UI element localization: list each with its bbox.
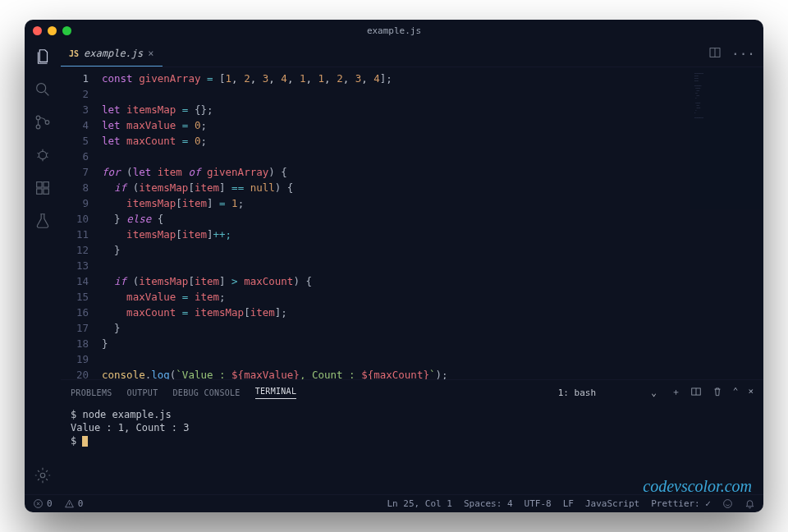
svg-point-0 bbox=[37, 84, 46, 93]
tab-bar: JS example.js × ··· bbox=[61, 41, 763, 67]
panel-tabs: PROBLEMS OUTPUT DEBUG CONSOLE TERMINAL 1… bbox=[61, 380, 763, 405]
status-warnings[interactable]: 0 bbox=[64, 498, 84, 509]
status-indent[interactable]: Spaces: 4 bbox=[464, 498, 513, 509]
activity-bar bbox=[25, 41, 61, 494]
terminal-cursor bbox=[82, 436, 88, 447]
tab-terminal[interactable]: TERMINAL bbox=[255, 387, 297, 399]
window-title: example.js bbox=[25, 25, 763, 36]
svg-rect-5 bbox=[37, 182, 42, 187]
new-terminal-icon[interactable]: ＋ bbox=[671, 386, 680, 400]
maximize-panel-icon[interactable]: ⌃ bbox=[733, 386, 739, 400]
line-gutter: 1234567891011121314151617181920 bbox=[61, 71, 102, 376]
tab-debug-console[interactable]: DEBUG CONSOLE bbox=[173, 388, 241, 397]
tab-output[interactable]: OUTPUT bbox=[127, 388, 158, 397]
status-cursor-pos[interactable]: Ln 25, Col 1 bbox=[387, 498, 451, 509]
panel: PROBLEMS OUTPUT DEBUG CONSOLE TERMINAL 1… bbox=[61, 379, 763, 494]
bell-icon[interactable] bbox=[744, 498, 755, 509]
vscode-window: example.js bbox=[25, 20, 763, 512]
terminal-select[interactable]: 1: bash ⌄ bbox=[558, 388, 657, 398]
search-icon[interactable] bbox=[34, 80, 52, 102]
split-terminal-icon[interactable] bbox=[690, 386, 702, 400]
close-panel-icon[interactable]: × bbox=[748, 386, 754, 400]
svg-point-4 bbox=[39, 151, 46, 158]
status-encoding[interactable]: UTF-8 bbox=[525, 498, 552, 509]
feedback-icon[interactable] bbox=[722, 498, 733, 509]
tab-label: example.js bbox=[84, 48, 143, 59]
workbench: JS example.js × ··· 12345678910111213141… bbox=[25, 41, 763, 494]
editor[interactable]: 1234567891011121314151617181920 const gi… bbox=[61, 67, 763, 379]
settings-icon[interactable] bbox=[34, 466, 52, 488]
split-editor-icon[interactable] bbox=[708, 46, 722, 62]
status-prettier[interactable]: Prettier: ✓ bbox=[651, 498, 711, 509]
watermark: codevscolor.com bbox=[643, 479, 752, 493]
status-eol[interactable]: LF bbox=[563, 498, 574, 509]
svg-rect-7 bbox=[44, 189, 48, 194]
close-tab-icon[interactable]: × bbox=[148, 48, 153, 59]
svg-rect-6 bbox=[37, 189, 42, 194]
titlebar: example.js bbox=[25, 20, 763, 41]
svg-point-2 bbox=[36, 125, 40, 129]
svg-point-1 bbox=[36, 116, 40, 120]
editor-actions: ··· bbox=[708, 41, 763, 66]
chevron-down-icon: ⌄ bbox=[651, 388, 657, 398]
explorer-icon[interactable] bbox=[34, 48, 52, 69]
extensions-icon[interactable] bbox=[34, 179, 52, 200]
tab-problems[interactable]: PROBLEMS bbox=[71, 388, 112, 397]
tab-example-js[interactable]: JS example.js × bbox=[61, 41, 163, 66]
more-actions-icon[interactable]: ··· bbox=[731, 46, 755, 62]
editor-group: JS example.js × ··· 12345678910111213141… bbox=[61, 41, 763, 494]
terminal-content[interactable]: $ node example.jsValue : 1, Count : 3$ c… bbox=[61, 405, 763, 494]
status-errors[interactable]: 0 bbox=[33, 498, 53, 509]
minimap[interactable]: ▬▬▬▬▬▬▬▬▬▬▬▬▬▬▬▬▬▬▬▬▬▬▬▬▬▬▬▬ ▬▬▬▬▬ ▬▬▬ ▬… bbox=[690, 67, 763, 379]
kill-terminal-icon[interactable] bbox=[712, 386, 723, 400]
status-bar: 0 0 Ln 25, Col 1 Spaces: 4 UTF-8 LF Java… bbox=[25, 494, 763, 512]
js-file-icon: JS bbox=[69, 49, 79, 58]
status-language[interactable]: JavaScript bbox=[585, 498, 639, 509]
source-control-icon[interactable] bbox=[34, 113, 52, 135]
svg-point-13 bbox=[724, 500, 732, 508]
svg-rect-8 bbox=[44, 182, 48, 187]
debug-icon[interactable] bbox=[34, 146, 52, 167]
code-area[interactable]: const givenArray = [1, 2, 3, 4, 1, 1, 2,… bbox=[102, 71, 690, 376]
testing-icon[interactable] bbox=[34, 212, 52, 233]
svg-point-9 bbox=[40, 473, 45, 478]
